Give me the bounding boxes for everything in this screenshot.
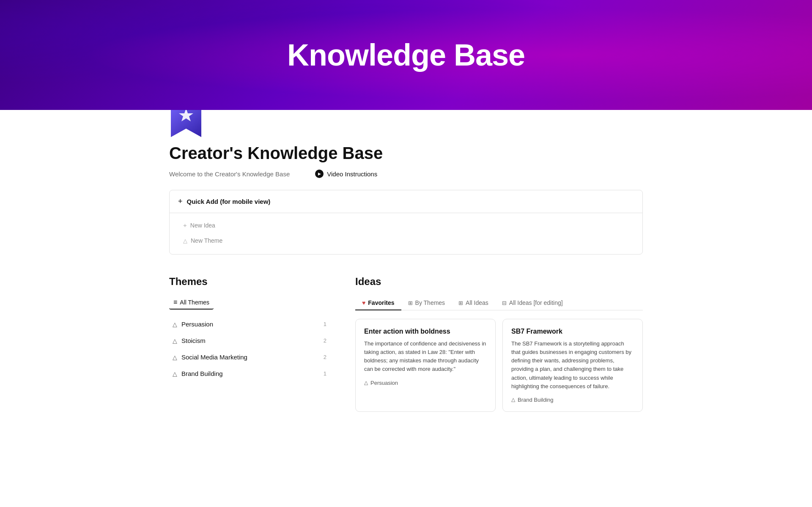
card-title-1: SB7 Framework <box>511 328 634 335</box>
table-icon: ⊟ <box>502 300 507 306</box>
themes-title: Themes <box>169 276 330 288</box>
ideas-cards: Enter action with boldness The importanc… <box>355 319 643 412</box>
theme-count: 1 <box>324 370 326 377</box>
quick-add-body: + New Idea △ New Theme <box>170 213 642 254</box>
card-body-0: The importance of confidence and decisiv… <box>364 340 487 374</box>
tab-all-themes[interactable]: ≡ All Themes <box>169 296 214 310</box>
new-theme-label: New Theme <box>191 237 222 244</box>
theme-triangle-icon: △ <box>173 321 177 328</box>
theme-item-persuasion[interactable]: △ Persuasion 1 <box>169 316 330 332</box>
quick-add-box: + Quick Add (for mobile view) + New Idea… <box>169 190 643 255</box>
content-area: Creator's Knowledge Base Welcome to the … <box>131 101 681 437</box>
main-columns: Themes ≡ All Themes △ Persuasion 1 <box>169 276 643 412</box>
all-themes-label: All Themes <box>180 299 209 306</box>
theme-item-brand-building[interactable]: △ Brand Building 1 <box>169 366 330 381</box>
card-tag-1: △ Brand Building <box>511 397 634 403</box>
ideas-tabs: ♥ Favorites ⊞ By Themes ⊞ All Ideas ⊟ Al… <box>355 296 643 310</box>
ideas-section: Ideas ♥ Favorites ⊞ By Themes ⊞ All Idea… <box>355 276 643 412</box>
card-tag-0: △ Persuasion <box>364 380 487 386</box>
theme-name: Persuasion <box>181 321 213 328</box>
idea-card-1: SB7 Framework The SB7 Framework is a sto… <box>502 319 643 412</box>
theme-triangle-icon: △ <box>173 337 177 344</box>
theme-item-social-media[interactable]: △ Social Media Marketing 2 <box>169 349 330 365</box>
tag-label-1: Brand Building <box>518 397 554 403</box>
grid-icon-themes: ⊞ <box>408 300 413 306</box>
theme-count: 2 <box>324 354 326 360</box>
theme-name: Brand Building <box>181 370 223 377</box>
tab-favorites-label: Favorites <box>368 299 394 306</box>
page-subtitle: Welcome to the Creator's Knowledge Base <box>169 170 290 178</box>
list-icon: ≡ <box>173 299 177 306</box>
tag-triangle-icon: △ <box>511 397 515 403</box>
theme-count: 1 <box>324 321 326 327</box>
idea-card-0: Enter action with boldness The importanc… <box>355 319 496 412</box>
page-title: Creator's Knowledge Base <box>169 144 643 163</box>
heart-icon: ♥ <box>362 299 365 306</box>
new-idea-button[interactable]: + New Idea <box>178 218 634 232</box>
theme-item-stoicism[interactable]: △ Stoicism 2 <box>169 333 330 348</box>
tag-label-0: Persuasion <box>370 380 398 386</box>
tab-by-themes[interactable]: ⊞ By Themes <box>401 296 452 310</box>
tab-all-ideas[interactable]: ⊞ All Ideas <box>452 296 495 310</box>
header-title: Knowledge Base <box>287 38 525 72</box>
video-link-label: Video Instructions <box>327 170 377 178</box>
theme-list: △ Persuasion 1 △ Stoicism 2 △ Social Med <box>169 316 330 381</box>
new-idea-label: New Idea <box>190 222 215 229</box>
card-body-1: The SB7 Framework is a storytelling appr… <box>511 340 634 391</box>
themes-tabs: ≡ All Themes <box>169 296 330 310</box>
tag-triangle-icon: △ <box>364 380 368 386</box>
plus-icon: + <box>178 197 183 206</box>
grid-icon-all: ⊞ <box>458 300 463 306</box>
quick-add-header[interactable]: + Quick Add (for mobile view) <box>170 190 642 213</box>
quick-add-label: Quick Add (for mobile view) <box>187 198 271 205</box>
tab-all-ideas-editing[interactable]: ⊟ All Ideas [for editing] <box>495 296 570 310</box>
new-idea-plus-icon: + <box>183 222 187 229</box>
subtitle-row: Welcome to the Creator's Knowledge Base … <box>169 170 643 178</box>
theme-count: 2 <box>324 337 326 344</box>
card-title-0: Enter action with boldness <box>364 328 487 335</box>
new-theme-triangle-icon: △ <box>183 238 187 244</box>
play-icon: ▶ <box>315 170 324 178</box>
video-instructions-link[interactable]: ▶ Video Instructions <box>315 170 377 178</box>
tab-favorites[interactable]: ♥ Favorites <box>355 296 401 310</box>
new-theme-button[interactable]: △ New Theme <box>178 234 634 247</box>
theme-name: Social Media Marketing <box>181 354 247 361</box>
theme-triangle-icon: △ <box>173 370 177 377</box>
tab-all-ideas-editing-label: All Ideas [for editing] <box>509 299 563 306</box>
tab-by-themes-label: By Themes <box>415 299 445 306</box>
tab-all-ideas-label: All Ideas <box>466 299 488 306</box>
themes-section: Themes ≡ All Themes △ Persuasion 1 <box>169 276 330 412</box>
header-banner: Knowledge Base <box>0 0 812 110</box>
theme-name: Stoicism <box>181 337 206 344</box>
ideas-title: Ideas <box>355 276 643 288</box>
theme-triangle-icon: △ <box>173 354 177 361</box>
